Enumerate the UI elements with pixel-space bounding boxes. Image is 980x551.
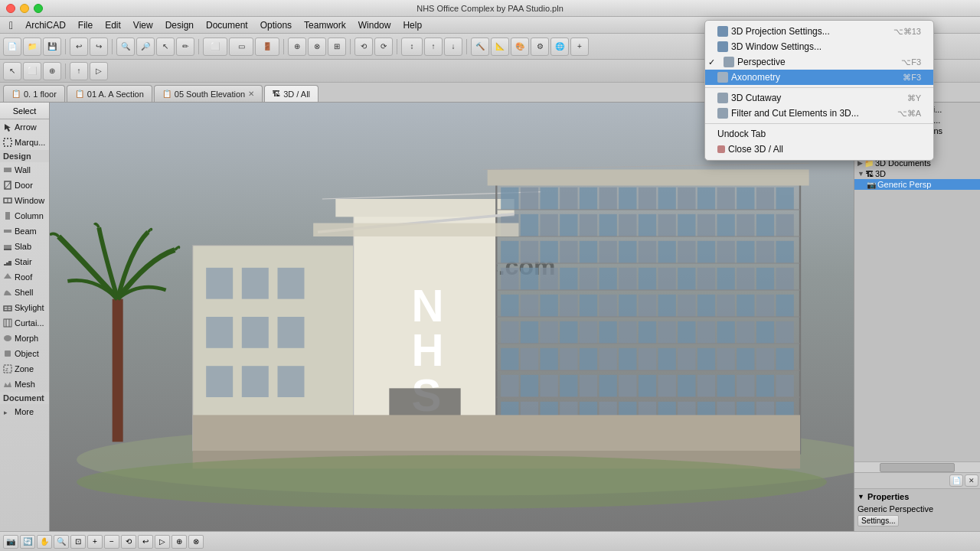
menu-archicad[interactable]: ArchiCAD (19, 18, 72, 32)
open-btn[interactable]: 📁 (23, 37, 41, 56)
toolbar-btn-9[interactable]: ⊞ (328, 37, 346, 56)
tab-elevation-close[interactable]: ✕ (248, 90, 254, 98)
maximize-button[interactable] (34, 4, 43, 13)
tool-arrow[interactable]: Arrow (0, 119, 49, 135)
btm-btn-13[interactable]: ⊗ (188, 535, 204, 549)
right-panel-scrollbar[interactable] (854, 461, 980, 472)
toolbar-btn-18[interactable]: ⚙ (531, 37, 549, 56)
toolbar2-btn-1[interactable]: ↖ (3, 62, 21, 80)
btm-btn-11[interactable]: ▷ (155, 535, 170, 549)
ctx-3d-cutaway[interactable]: 3D Cutaway ⌘Y (705, 90, 933, 106)
menu-view[interactable]: View (127, 18, 159, 32)
toolbar-btn-17[interactable]: 🎨 (511, 37, 529, 56)
right-panel-btn-1[interactable]: 📄 (949, 474, 963, 487)
menu-edit[interactable]: Edit (99, 18, 127, 32)
toolbar2-btn-4[interactable]: ↑ (70, 62, 88, 80)
toolbar-btn-10[interactable]: ⟲ (354, 37, 373, 56)
menu-file[interactable]: File (72, 18, 99, 32)
tool-stair[interactable]: Stair (0, 254, 49, 269)
tool-morph[interactable]: Morph (0, 331, 49, 346)
tool-window[interactable]: Window (0, 193, 49, 208)
ctx-undock-tab[interactable]: Undock Tab (705, 126, 933, 142)
toolbar-btn-11[interactable]: ⟳ (374, 37, 393, 56)
toolbar-btn-16[interactable]: 📐 (491, 37, 509, 56)
toolbar2-btn-2[interactable]: ⬜ (23, 62, 41, 80)
toolbar-btn-8[interactable]: ⊗ (308, 37, 326, 56)
new-btn[interactable]: 📄 (3, 37, 21, 56)
btm-btn-zoom-out[interactable]: − (104, 535, 119, 549)
tab-elevation[interactable]: 📋 05 South Elevation ✕ (154, 85, 263, 102)
tree-item-3d[interactable]: ▼ 🏗 3D (854, 168, 980, 179)
menu-options[interactable]: Options (254, 18, 298, 32)
undo-btn[interactable]: ↩ (70, 37, 88, 56)
wall-tool[interactable]: ⬜ (203, 37, 227, 56)
tool-column[interactable]: Column (0, 208, 49, 223)
tool-shell[interactable]: Shell (0, 285, 49, 300)
btm-btn-12[interactable]: ⊕ (172, 535, 187, 549)
toolbar-btn-19[interactable]: 🌐 (550, 37, 569, 56)
tab-floor[interactable]: 📋 0. 1 floor (3, 85, 65, 102)
wall-tool-icon (3, 165, 12, 174)
menu-design[interactable]: Design (159, 18, 200, 32)
minimize-button[interactable] (20, 4, 29, 13)
toolbar-btn-7[interactable]: ⊕ (288, 37, 306, 56)
ctx-perspective[interactable]: ✓ Perspective ⌥F3 (705, 54, 933, 70)
tool-skylight[interactable]: Skylight (0, 300, 49, 315)
btm-btn-orbit[interactable]: 🔄 (20, 535, 35, 549)
btm-btn-pan[interactable]: ✋ (37, 535, 52, 549)
tool-more[interactable]: ▸ More (0, 404, 49, 419)
btm-btn-zoom[interactable]: 🔍 (54, 535, 69, 549)
tool-slab[interactable]: Slab (0, 239, 49, 254)
settings-button[interactable]: Settings... (858, 515, 899, 527)
tool-zone[interactable]: Z Zone (0, 361, 49, 377)
tab-floor-icon: 📋 (11, 90, 21, 98)
toolbar2-btn-5[interactable]: ▷ (90, 62, 108, 80)
slab-tool[interactable]: ▭ (229, 37, 253, 56)
apple-menu[interactable]:  (3, 19, 19, 31)
save-btn[interactable]: 💾 (43, 37, 61, 56)
toolbar-btn-15[interactable]: 🔨 (471, 37, 489, 56)
tab-section[interactable]: 📋 01 A. A Section (67, 85, 152, 102)
tool-slab-label: Slab (15, 242, 31, 251)
tool-door[interactable]: Door (0, 178, 49, 193)
zoom-out-btn[interactable]: 🔎 (136, 37, 155, 56)
btm-btn-9[interactable]: ⟲ (121, 535, 136, 549)
menu-help[interactable]: Help (397, 18, 428, 32)
ctx-3d-window[interactable]: 3D Window Settings... (705, 39, 933, 54)
tab-3d[interactable]: 🏗 3D / All (264, 85, 318, 102)
menu-document[interactable]: Document (200, 18, 254, 32)
btm-btn-camera[interactable]: 📷 (3, 535, 18, 549)
toolbar2-btn-3[interactable]: ⊕ (43, 62, 61, 80)
btm-btn-zoom-in[interactable]: + (87, 535, 103, 549)
tool-beam[interactable]: Beam (0, 223, 49, 239)
zoom-in-btn[interactable]: 🔍 (116, 37, 135, 56)
tool-mesh[interactable]: Mesh (0, 377, 49, 392)
tool-curtain[interactable]: Curtai... (0, 315, 49, 331)
toolbox-select[interactable]: Select (0, 103, 49, 119)
tool-wall[interactable]: Wall (0, 162, 49, 178)
right-panel-btn-close[interactable]: ✕ (965, 474, 978, 487)
menu-teamwork[interactable]: Teamwork (298, 18, 352, 32)
tool-object[interactable]: Object (0, 346, 49, 361)
tool-marquee[interactable]: Marqu... (0, 135, 49, 150)
toolbar-btn-20[interactable]: + (570, 37, 589, 56)
toolbar-btn-13[interactable]: ↑ (424, 37, 443, 56)
menu-window[interactable]: Window (352, 18, 397, 32)
ctx-close-3d[interactable]: Close 3D / All (705, 142, 933, 157)
tool-mesh-label: Mesh (15, 380, 35, 389)
pencil-tool[interactable]: ✏ (176, 37, 194, 56)
ctx-axonometry[interactable]: Axonometry ⌘F3 (705, 70, 933, 85)
scrollbar-thumb[interactable] (880, 463, 955, 472)
close-button[interactable] (6, 4, 15, 13)
toolbar-btn-14[interactable]: ↓ (444, 37, 462, 56)
btm-btn-10[interactable]: ↩ (138, 535, 153, 549)
door-tool[interactable]: 🚪 (255, 37, 279, 56)
ctx-3d-projection[interactable]: 3D Projection Settings... ⌥⌘13 (705, 24, 933, 39)
btm-btn-fit[interactable]: ⊡ (70, 535, 86, 549)
toolbar-btn-12[interactable]: ↕ (401, 37, 423, 56)
tree-item-generic-persp[interactable]: 📷 Generic Persp (854, 179, 980, 190)
ctx-filter-elements[interactable]: Filter and Cut Elements in 3D... ⌥⌘A (705, 106, 933, 121)
tool-roof[interactable]: Roof (0, 269, 49, 285)
redo-btn[interactable]: ↪ (90, 37, 108, 56)
select-tool[interactable]: ↖ (156, 37, 175, 56)
